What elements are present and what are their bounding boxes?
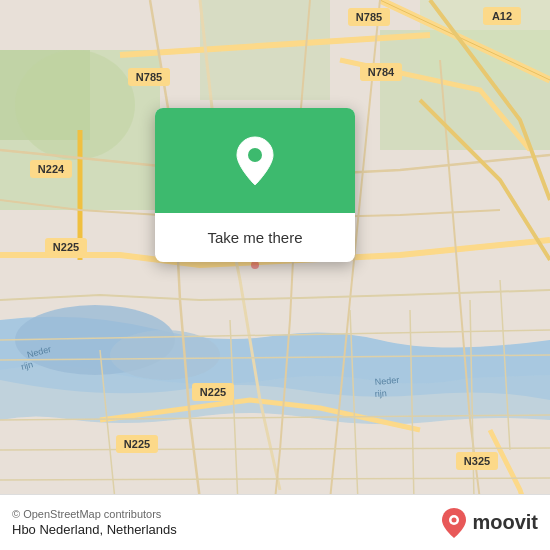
- location-pin-icon: [233, 135, 277, 187]
- map-svg: A12 N785 N785 N784 N224 N225 N225 N225 N…: [0, 0, 550, 550]
- svg-point-3: [15, 50, 135, 160]
- moovit-pin-icon: [440, 507, 468, 539]
- take-me-there-button[interactable]: Take me there: [199, 225, 310, 250]
- svg-text:N785: N785: [136, 71, 162, 83]
- svg-text:A12: A12: [492, 10, 512, 22]
- svg-text:N225: N225: [53, 241, 79, 253]
- svg-point-32: [248, 148, 262, 162]
- svg-text:Neder: Neder: [374, 375, 399, 387]
- svg-point-31: [251, 261, 259, 269]
- svg-point-34: [452, 517, 457, 522]
- popup-card: Take me there: [155, 108, 355, 262]
- bottom-left: © OpenStreetMap contributors Hbo Nederla…: [12, 508, 177, 537]
- svg-text:N785: N785: [356, 11, 382, 23]
- location-label: Hbo Nederland, Netherlands: [12, 522, 177, 537]
- bottom-bar: © OpenStreetMap contributors Hbo Nederla…: [0, 494, 550, 550]
- svg-text:N225: N225: [124, 438, 150, 450]
- svg-text:N225: N225: [200, 386, 226, 398]
- svg-text:N325: N325: [464, 455, 490, 467]
- svg-text:N784: N784: [368, 66, 395, 78]
- svg-text:N224: N224: [38, 163, 65, 175]
- moovit-brand-text: moovit: [472, 511, 538, 534]
- popup-green-area: [155, 108, 355, 213]
- map-container: A12 N785 N785 N784 N224 N225 N225 N225 N…: [0, 0, 550, 550]
- attribution-text: © OpenStreetMap contributors: [12, 508, 177, 520]
- moovit-logo: moovit: [440, 507, 538, 539]
- popup-button-area[interactable]: Take me there: [155, 213, 355, 262]
- svg-text:rijn: rijn: [374, 388, 387, 399]
